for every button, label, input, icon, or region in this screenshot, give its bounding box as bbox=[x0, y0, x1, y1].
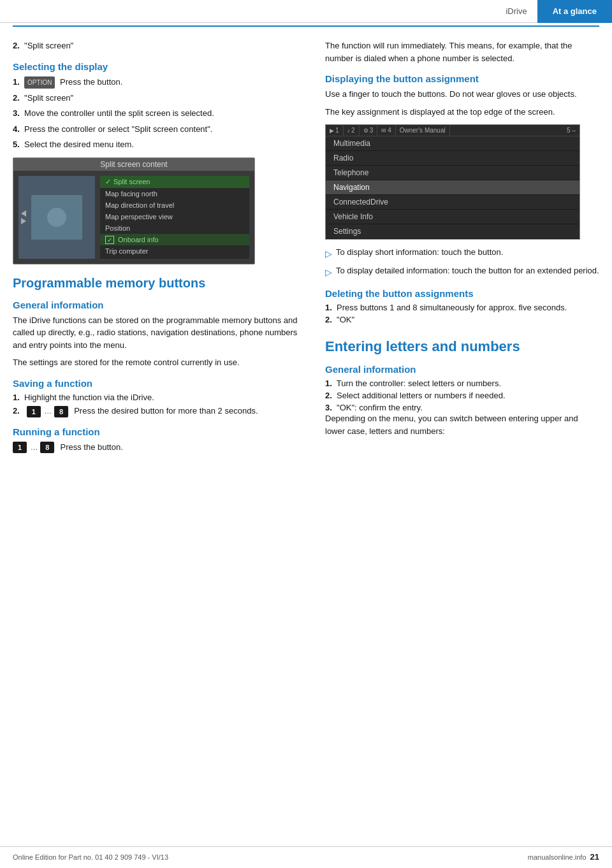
enter-step-3: 3. "OK": confirm the entry. bbox=[325, 403, 599, 412]
split-screen-diagram-title: Split screen content bbox=[13, 158, 254, 171]
save-step-1: 1. Highlight the function via the iDrive… bbox=[13, 393, 306, 402]
menu-item-map-perspective: Map perspective view bbox=[100, 211, 249, 222]
enter-step-1: 1. Turn the controller: select letters o… bbox=[325, 379, 599, 388]
entering-letters-heading: Entering letters and numbers bbox=[325, 338, 599, 355]
displaying-para-1: Use a finger to touch the buttons. Do no… bbox=[325, 88, 599, 101]
step-2: 2. "Split screen" bbox=[13, 92, 306, 105]
idrive-tab-bar: ▶ 1 ♪ 2 ⚙ 3 ✉ 4 Owner's Manual 5 – bbox=[326, 125, 579, 136]
left-column: 2. "Split screen" Selecting the display … bbox=[13, 40, 306, 458]
right-column: The function will run immediately. This … bbox=[325, 40, 599, 458]
menu-item-position: Position bbox=[100, 222, 249, 234]
idrive-display-diagram: ▶ 1 ♪ 2 ⚙ 3 ✉ 4 Owner's Manual 5 – bbox=[325, 124, 580, 240]
idrive-tab-5: 5 – bbox=[563, 125, 579, 136]
idrive-tab-1: ▶ 1 bbox=[326, 125, 344, 136]
btn-1-icon: 1 bbox=[27, 406, 41, 417]
page-number: 21 bbox=[590, 852, 599, 862]
menu-item-onboard-info: ✓ Onboard info bbox=[100, 234, 249, 245]
header-at-a-glance-label: At a glance bbox=[537, 0, 612, 23]
item-2-text: 2. "Split screen" bbox=[13, 40, 306, 52]
selecting-display-steps: 1. OPTION Press the button. 2. "Split sc… bbox=[13, 76, 306, 151]
deleting-assignments-heading: Deleting the button assignments bbox=[325, 288, 599, 299]
displaying-para-2: The key assignment is displayed at the t… bbox=[325, 106, 599, 119]
bullet-arrow-icon-2: ▷ bbox=[325, 266, 332, 279]
idrive-menu-list: Multimedia Radio Telephone Navigation Co… bbox=[326, 136, 579, 239]
bullet-arrow-icon-1: ▷ bbox=[325, 247, 332, 261]
idrive-tab-3: ⚙ 3 bbox=[360, 125, 378, 136]
idrive-menu-navigation: Navigation bbox=[326, 180, 579, 195]
footer-edition-text: Online Edition for Part no. 01 40 2 909 … bbox=[13, 853, 168, 861]
delete-step-2: 2. "OK" bbox=[325, 315, 599, 324]
idrive-tab-2: ♪ 2 bbox=[344, 125, 360, 136]
entering-steps: 1. Turn the controller: select letters o… bbox=[325, 379, 599, 412]
running-function-step: 1 … 8 Press the button. bbox=[13, 441, 306, 454]
page-footer: Online Edition for Part no. 01 40 2 909 … bbox=[0, 846, 612, 862]
split-screen-body: ✓ Split screen Map facing north Map dire… bbox=[13, 171, 254, 264]
tab-4-envelope-icon: ✉ bbox=[381, 127, 386, 134]
programmable-memory-heading: Programmable memory buttons bbox=[13, 276, 306, 291]
delete-step-1: 1. Press buttons 1 and 8 simultaneously … bbox=[325, 303, 599, 312]
general-info-heading-right: General information bbox=[325, 364, 599, 375]
map-display bbox=[31, 195, 82, 240]
header-idrive-label: iDrive bbox=[495, 0, 537, 23]
bullet-2: ▷ To display detailed information: touch… bbox=[325, 264, 599, 279]
step-3: 3. Move the controller until the split s… bbox=[13, 107, 306, 120]
selecting-display-heading: Selecting the display bbox=[13, 61, 306, 72]
idrive-menu-radio: Radio bbox=[326, 151, 579, 166]
running-function-heading: Running a function bbox=[13, 426, 306, 437]
idrive-menu-connected-drive: ConnectedDrive bbox=[326, 195, 579, 210]
general-info-para-2: The settings are stored for the remote c… bbox=[13, 356, 306, 369]
step-4: 4. Press the controller or select "Split… bbox=[13, 123, 306, 136]
split-screen-map bbox=[18, 176, 95, 259]
page-header: iDrive At a glance bbox=[0, 0, 612, 23]
split-screen-diagram: Split screen content ✓ Split screen bbox=[13, 157, 255, 264]
option-badge: OPTION bbox=[24, 76, 55, 89]
enter-step-2: 2. Select additional letters or numbers … bbox=[325, 391, 599, 400]
main-content: 2. "Split screen" Selecting the display … bbox=[0, 27, 612, 471]
right-intro-para: The function will run immediately. This … bbox=[325, 40, 599, 64]
bullet-1-text: To display short information: touch the … bbox=[336, 246, 503, 259]
idrive-tab-owners-manual: Owner's Manual bbox=[396, 125, 450, 136]
step-1: 1. OPTION Press the button. bbox=[13, 76, 306, 89]
check-box-icon: ✓ bbox=[105, 236, 114, 244]
idrive-menu-telephone: Telephone bbox=[326, 166, 579, 180]
nav-right-arrow bbox=[21, 218, 26, 224]
idrive-menu-settings: Settings bbox=[326, 224, 579, 239]
step-5: 5. Select the desired menu item. bbox=[13, 138, 306, 151]
displaying-assignment-heading: Displaying the button assignment bbox=[325, 73, 599, 84]
save-step-2: 2. 1 … 8 Press the desired button for mo… bbox=[13, 406, 306, 417]
run-btn-8-icon: 8 bbox=[40, 442, 54, 453]
tab-1-signal-icon: ▶ bbox=[330, 127, 334, 134]
entering-para: Depending on the menu, you can switch be… bbox=[325, 412, 599, 437]
menu-item-split-screen: ✓ Split screen bbox=[100, 176, 249, 188]
general-info-heading-left: General information bbox=[13, 300, 306, 310]
tab-2-music-icon: ♪ bbox=[347, 127, 351, 134]
idrive-menu-multimedia: Multimedia bbox=[326, 136, 579, 151]
saving-steps: 1. Highlight the function via the iDrive… bbox=[13, 393, 306, 417]
menu-item-map-north: Map facing north bbox=[100, 188, 249, 199]
menu-item-trip-computer: Trip computer bbox=[100, 245, 249, 257]
idrive-tab-4: ✉ 4 bbox=[377, 125, 396, 136]
bullet-1: ▷ To display short information: touch th… bbox=[325, 246, 599, 261]
btn-8-icon: 8 bbox=[54, 406, 68, 417]
nav-left-arrow bbox=[21, 210, 26, 217]
bullet-2-text: To display detailed information: touch t… bbox=[336, 264, 599, 277]
map-circle bbox=[47, 208, 66, 227]
checkmark-icon: ✓ bbox=[105, 178, 111, 186]
idrive-menu-vehicle-info: Vehicle Info bbox=[326, 210, 579, 224]
deleting-steps: 1. Press buttons 1 and 8 simultaneously … bbox=[325, 303, 599, 324]
saving-function-heading: Saving a function bbox=[13, 378, 306, 389]
menu-item-map-direction: Map direction of travel bbox=[100, 199, 249, 211]
run-btn-1-icon: 1 bbox=[13, 442, 27, 453]
split-screen-menu: ✓ Split screen Map facing north Map dire… bbox=[100, 176, 249, 259]
general-info-para-1: The iDrive functions can be stored on th… bbox=[13, 314, 306, 352]
tab-3-gear-icon: ⚙ bbox=[363, 127, 368, 134]
footer-logo-text: manualsonline.info bbox=[528, 853, 586, 861]
